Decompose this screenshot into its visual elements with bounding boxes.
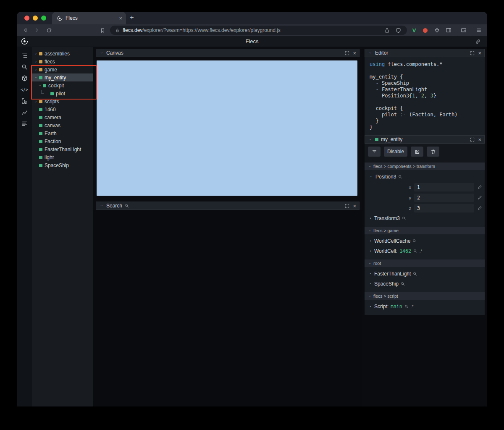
forward-button[interactable] <box>33 26 41 34</box>
tree-item-Faction[interactable]: Faction <box>32 137 93 145</box>
tree-item-label: camera <box>45 115 61 121</box>
chevron-down-icon[interactable]: › <box>368 51 373 55</box>
component-row-FasterThanLight[interactable]: •FasterThanLight <box>365 269 485 279</box>
edit-icon[interactable] <box>477 206 482 211</box>
wallet-icon[interactable] <box>459 26 468 34</box>
chevron-icon[interactable]: › <box>34 60 38 64</box>
sidebar-toggle-icon[interactable] <box>444 26 453 34</box>
chevron-icon[interactable]: › <box>34 68 38 72</box>
search-icon[interactable] <box>413 249 417 253</box>
new-tab-button[interactable]: + <box>126 14 138 24</box>
chart-icon[interactable] <box>20 108 29 117</box>
menu-icon[interactable] <box>475 26 483 34</box>
edit-icon[interactable] <box>477 185 482 190</box>
edit-icon[interactable] <box>477 195 482 200</box>
field-row-x: x1 <box>365 182 485 192</box>
link-icon[interactable] <box>474 37 482 46</box>
close-icon[interactable]: × <box>353 50 356 56</box>
search-icon[interactable] <box>413 272 417 276</box>
editor-code[interactable]: using flecs.components.* my_entity { - S… <box>365 57 485 135</box>
chevron-down-icon[interactable]: › <box>368 137 373 142</box>
field-input-z[interactable]: 3 <box>414 204 474 212</box>
section-header[interactable]: ›flecs > components > transform <box>365 163 485 170</box>
tree-item-label: Earth <box>45 131 57 136</box>
search-icon[interactable] <box>402 216 406 220</box>
cube-icon[interactable] <box>20 73 29 83</box>
tree-item-canvas[interactable]: canvas <box>32 121 93 129</box>
chevron-icon[interactable]: › <box>34 100 38 104</box>
component-suffix: .* <box>420 249 423 254</box>
share-icon[interactable] <box>383 26 391 34</box>
bullet-icon: • <box>369 272 372 276</box>
tree-item-cockpit[interactable]: ›cockpit <box>32 81 93 89</box>
chevron-icon[interactable]: › <box>34 52 38 56</box>
chevron-down-icon[interactable]: › <box>100 51 104 55</box>
field-input-x[interactable]: 1 <box>414 183 474 191</box>
bookmark-icon[interactable] <box>98 26 107 34</box>
tree-item-assemblies[interactable]: ›assemblies <box>32 50 93 58</box>
component-row-SpaceShip[interactable]: •SpaceShip <box>365 279 485 289</box>
close-window-button[interactable] <box>24 16 29 21</box>
tree-item-pilot[interactable]: pilot <box>32 89 93 97</box>
browser-toolbar: flecs.dev/explorer/?wasm=https://www.fle… <box>17 24 487 36</box>
save-button[interactable] <box>411 147 423 157</box>
search-icon[interactable] <box>412 239 417 243</box>
expand-icon[interactable] <box>345 204 349 208</box>
tree-item-light[interactable]: light <box>32 153 93 161</box>
browser-tab[interactable]: Flecs × <box>52 12 126 24</box>
search-icon[interactable] <box>398 175 402 179</box>
puzzle-icon[interactable] <box>433 26 441 34</box>
tree-item-SpaceShip[interactable]: SpaceShip <box>32 161 93 169</box>
code-icon[interactable]: </> <box>20 85 29 94</box>
tree-item-scripts[interactable]: ›scripts <box>32 97 93 105</box>
expand-icon[interactable] <box>470 137 475 142</box>
component-row-Position3[interactable]: ›Position3 <box>365 172 485 182</box>
extension-v-icon[interactable]: V <box>410 27 418 34</box>
close-icon[interactable]: × <box>353 203 356 209</box>
page-title: Flecs <box>17 38 487 45</box>
component-row-Transform3[interactable]: •Transform3 <box>365 213 485 223</box>
tree-item-flecs[interactable]: ›flecs <box>32 58 93 66</box>
field-input-y[interactable]: 2 <box>414 194 474 202</box>
code-line: - FasterThanLight <box>370 87 480 93</box>
search-icon[interactable] <box>404 304 409 309</box>
component-row-Script[interactable]: •Script:main.* <box>365 302 485 312</box>
extension-dot-icon[interactable] <box>423 28 428 33</box>
section-header[interactable]: ›flecs > game <box>365 227 485 234</box>
tree-item-game[interactable]: ›game <box>32 66 93 73</box>
chevron-icon[interactable]: › <box>38 83 42 88</box>
delete-button[interactable] <box>427 147 439 157</box>
tree-item-camera[interactable]: camera <box>32 113 93 121</box>
section-header[interactable]: ›root <box>365 260 485 267</box>
search-panel-header: › Search × <box>96 202 360 210</box>
component-row-WorldCellCache[interactable]: •WorldCellCache <box>365 236 485 246</box>
search-icon[interactable] <box>20 62 29 71</box>
close-icon[interactable]: × <box>478 137 481 142</box>
game-canvas[interactable] <box>97 60 357 196</box>
back-button[interactable] <box>21 26 29 34</box>
reload-button[interactable] <box>45 26 53 34</box>
expand-icon[interactable] <box>345 51 349 55</box>
tree-icon[interactable] <box>20 51 29 60</box>
chevron-down-icon[interactable]: › <box>100 204 104 208</box>
zoom-window-button[interactable] <box>41 16 46 21</box>
expand-icon[interactable] <box>470 51 475 55</box>
close-icon[interactable]: × <box>478 50 481 56</box>
stats-icon[interactable] <box>20 119 29 128</box>
shield-icon[interactable] <box>394 26 402 34</box>
minimize-window-button[interactable] <box>33 16 38 21</box>
chevron-icon[interactable]: › <box>34 75 38 80</box>
tab-close-icon[interactable]: × <box>119 16 122 21</box>
filter-button[interactable] <box>368 147 381 157</box>
address-bar[interactable]: flecs.dev/explorer/?wasm=https://www.fle… <box>110 26 407 35</box>
section-header[interactable]: ›flecs > script <box>365 292 485 300</box>
search-icon[interactable] <box>401 282 405 286</box>
inspect-icon[interactable] <box>20 96 29 105</box>
tree-item-1460[interactable]: 1460 <box>32 105 93 113</box>
component-row-WorldCell[interactable]: •WorldCell:1462.* <box>365 246 485 256</box>
tree-item-FasterThanLight[interactable]: FasterThanLight <box>32 145 93 153</box>
disable-button[interactable]: Disable <box>384 147 407 157</box>
tree-item-my_entity[interactable]: ›my_entity <box>32 73 93 81</box>
tree-item-Earth[interactable]: Earth <box>32 129 93 137</box>
canvas-panel-body <box>96 57 360 196</box>
